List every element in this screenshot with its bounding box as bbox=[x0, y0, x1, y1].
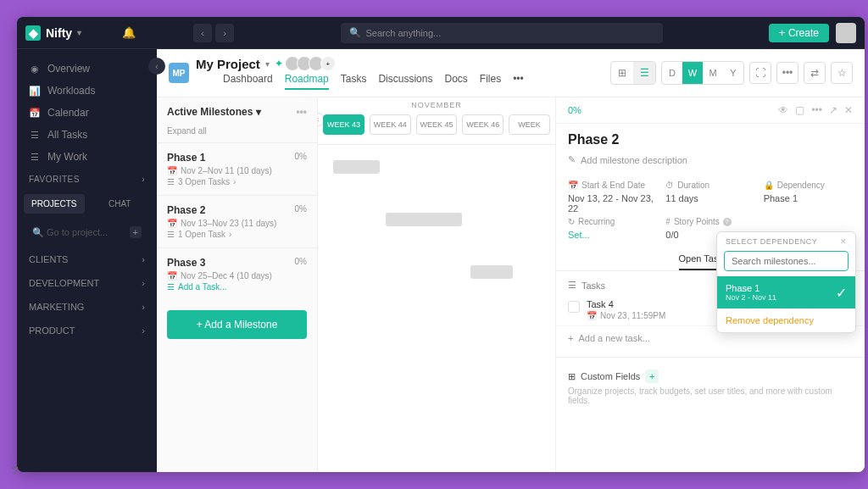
brand-logo[interactable]: ◆ Nifty ▾ bbox=[25, 25, 81, 41]
sidebar-item-calendar[interactable]: 📅Calendar bbox=[17, 102, 157, 124]
chevron-right-icon: › bbox=[233, 177, 236, 186]
collapse-sidebar[interactable]: ‹ bbox=[148, 58, 165, 75]
phase-1[interactable]: Phase 1 📅Nov 2–Nov 11 (10 days) ☰3 Open … bbox=[157, 142, 317, 195]
time-year[interactable]: Y bbox=[723, 62, 743, 84]
week-46[interactable]: WEEK 46 bbox=[462, 114, 504, 135]
gantt-bar-phase2[interactable] bbox=[386, 213, 462, 226]
chevron-down-icon: ▾ bbox=[256, 106, 261, 118]
view-grid[interactable]: ⊞ bbox=[611, 62, 633, 84]
fullscreen-icon[interactable]: ⛶ bbox=[749, 62, 771, 84]
add-milestone-button[interactable]: + Add a Milestone bbox=[167, 310, 307, 339]
check-icon: ✓ bbox=[836, 285, 847, 301]
phase-3[interactable]: Phase 3 📅Nov 25–Dec 4 (10 days) ☰Add a T… bbox=[157, 247, 317, 300]
week-45[interactable]: WEEK 45 bbox=[416, 114, 458, 135]
nav-docs[interactable]: Docs bbox=[444, 73, 467, 90]
chevron-down-icon[interactable]: ▾ bbox=[265, 59, 270, 69]
close-icon[interactable]: ✕ bbox=[840, 237, 848, 246]
category-development[interactable]: DEVELOPMENT› bbox=[17, 271, 157, 295]
week-43[interactable]: WEEK 43 bbox=[323, 114, 364, 135]
project-title: My Project bbox=[196, 57, 260, 71]
list-icon: ☰ bbox=[568, 280, 576, 291]
time-week[interactable]: W bbox=[682, 62, 703, 84]
close-icon[interactable]: ✕ bbox=[844, 104, 853, 116]
gauge-icon: ◉ bbox=[29, 63, 41, 75]
create-button[interactable]: + Create bbox=[769, 24, 829, 42]
bell-icon[interactable]: 🔔 bbox=[122, 26, 136, 39]
nav-more[interactable]: ••• bbox=[513, 73, 524, 90]
more-icon[interactable]: ••• bbox=[811, 104, 822, 116]
tab-projects[interactable]: PROJECTS bbox=[24, 194, 85, 214]
recurring-value[interactable]: Set... bbox=[568, 230, 657, 240]
nav-forward[interactable]: › bbox=[215, 24, 234, 42]
expand-icon[interactable]: ↗ bbox=[829, 104, 837, 116]
chevron-down-icon: ▾ bbox=[77, 28, 81, 37]
add-project-icon[interactable]: + bbox=[130, 226, 142, 238]
cf-description: Organize projects, track budgets, set us… bbox=[568, 386, 853, 405]
view-list[interactable]: ☰ bbox=[633, 62, 655, 84]
category-product[interactable]: PRODUCT› bbox=[17, 319, 157, 342]
week-44[interactable]: WEEK 44 bbox=[370, 114, 411, 135]
member-avatars[interactable]: + bbox=[288, 56, 336, 71]
sidebar-item-workloads[interactable]: 📊Workloads bbox=[17, 80, 157, 102]
calendar-icon: 📅 bbox=[167, 219, 177, 228]
nav-files[interactable]: Files bbox=[480, 73, 501, 90]
calendar-icon: 📅 bbox=[167, 166, 177, 175]
edit-icon: ✎ bbox=[568, 154, 576, 165]
category-marketing[interactable]: MARKETING› bbox=[17, 295, 157, 319]
list-icon: ☰ bbox=[167, 230, 175, 239]
chevron-right-icon: › bbox=[142, 302, 145, 312]
gantt-bar-phase1[interactable] bbox=[333, 160, 380, 174]
dependency-popup: SELECT DEPENDENCY ✕ Phase 1 Nov 2 - Nov … bbox=[716, 231, 856, 333]
user-avatar[interactable] bbox=[836, 23, 856, 43]
sidebar-item-overview[interactable]: ◉Overview bbox=[17, 58, 157, 80]
week-47[interactable]: WEEK bbox=[509, 114, 550, 135]
dependency-search[interactable] bbox=[724, 251, 849, 271]
detail-description[interactable]: ✎ Add milestone description bbox=[556, 151, 865, 175]
archive-icon[interactable]: ▢ bbox=[795, 104, 804, 116]
dependency-value[interactable]: Phase 1 bbox=[764, 193, 853, 214]
month-label: NOVEMBER bbox=[318, 97, 555, 109]
lock-icon: 🔒 bbox=[764, 181, 774, 190]
sidebar-item-my-work[interactable]: ☰My Work bbox=[17, 146, 157, 168]
add-field-button[interactable]: + bbox=[645, 370, 659, 383]
nav-discussions[interactable]: Discussions bbox=[378, 73, 432, 90]
dependency-option-phase1[interactable]: Phase 1 Nov 2 - Nov 11 ✓ bbox=[717, 276, 855, 308]
task-checkbox[interactable] bbox=[568, 301, 580, 313]
sparkle-icon[interactable]: ✦ bbox=[275, 58, 283, 69]
tab-chat[interactable]: CHAT bbox=[90, 194, 151, 214]
sidebar-item-all-tasks[interactable]: ☰All Tasks bbox=[17, 124, 157, 146]
more-icon[interactable]: ••• bbox=[776, 62, 798, 84]
nav-back[interactable]: ‹ bbox=[193, 24, 212, 42]
project-search[interactable]: 🔍 Go to project... + bbox=[25, 222, 148, 242]
list-icon: ☰ bbox=[167, 282, 175, 292]
phase-2[interactable]: Phase 2 📅Nov 13–Nov 23 (11 days) ☰1 Open… bbox=[157, 195, 317, 247]
nav-tasks[interactable]: Tasks bbox=[341, 73, 367, 90]
duration-value: 11 days bbox=[665, 193, 754, 214]
nav-dashboard[interactable]: Dashboard bbox=[223, 73, 273, 90]
global-search[interactable]: 🔍 Search anything... bbox=[341, 23, 663, 43]
chevron-right-icon: › bbox=[229, 230, 231, 239]
time-month[interactable]: M bbox=[703, 62, 723, 84]
eye-icon[interactable]: 👁 bbox=[778, 104, 788, 116]
nav-roadmap[interactable]: Roadmap bbox=[285, 73, 329, 90]
category-clients[interactable]: CLIENTS› bbox=[17, 247, 157, 271]
project-icon: MP bbox=[169, 63, 189, 83]
calendar-icon: 📅 bbox=[29, 107, 41, 119]
plus-icon: + bbox=[779, 27, 785, 39]
briefcase-icon: ☰ bbox=[29, 151, 41, 163]
remove-dependency[interactable]: Remove dependency bbox=[717, 308, 855, 332]
dependency-search-input[interactable] bbox=[732, 256, 841, 266]
milestones-header[interactable]: Active Milestones ▾ ••• bbox=[157, 97, 317, 126]
startend-value[interactable]: Nov 13, 22 - Nov 23, 22 bbox=[568, 193, 657, 214]
gantt-bar-phase3[interactable] bbox=[470, 265, 513, 279]
more-icon[interactable]: ••• bbox=[296, 106, 307, 118]
favorites-header[interactable]: FAVORITES› bbox=[17, 168, 157, 191]
list-icon: ☰ bbox=[29, 129, 41, 141]
star-icon[interactable]: ☆ bbox=[831, 62, 853, 84]
help-icon[interactable]: ? bbox=[17, 464, 29, 472]
expand-all[interactable]: Expand all bbox=[157, 126, 317, 142]
brand-name: Nifty bbox=[46, 26, 72, 40]
time-day[interactable]: D bbox=[662, 62, 682, 84]
share-icon[interactable]: ⇄ bbox=[804, 62, 826, 84]
chart-icon: 📊 bbox=[29, 85, 41, 97]
